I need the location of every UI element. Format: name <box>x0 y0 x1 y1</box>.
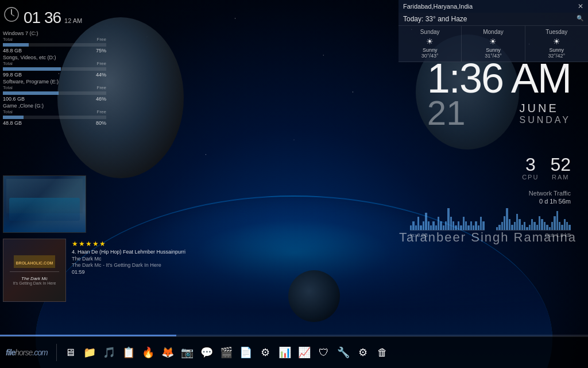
disk-sections: Windows 7 (C:) TotalFree 48.8 GB75% Song… <box>3 30 106 126</box>
network-bar <box>561 225 563 231</box>
taskbar-separator <box>56 344 57 361</box>
network-bar <box>445 221 447 230</box>
clock-icon <box>3 6 20 25</box>
network-bar <box>511 225 513 231</box>
network-bar <box>452 221 454 230</box>
landscape-thumbnail <box>3 175 86 233</box>
ram-value: 52 <box>550 155 571 174</box>
network-bar <box>514 222 516 230</box>
network-bar <box>521 225 523 231</box>
moon-bottom <box>288 270 340 322</box>
network-bar <box>544 222 546 230</box>
network-bar <box>501 222 503 230</box>
big-clock-time: 1:36 AM <box>427 57 571 99</box>
big-clock: 1:36 AM 21 JUNE SUNDAY <box>427 57 571 131</box>
network-bar <box>546 225 548 231</box>
network-bar <box>465 221 467 230</box>
big-clock-day-num: 21 <box>427 96 466 131</box>
music-track: 4. Haan De (Hip Hop) Feat Lehmber Hussai… <box>72 249 185 255</box>
big-clock-weekday: SUNDAY <box>520 115 571 125</box>
network-bar <box>470 221 472 230</box>
network-bar <box>475 221 477 230</box>
network-bar <box>410 225 412 230</box>
network-bar <box>460 225 462 230</box>
network-bar <box>425 213 427 230</box>
network-bar <box>568 225 570 231</box>
folder-icon[interactable]: 📁 <box>80 343 99 362</box>
network-bar <box>463 217 465 230</box>
network-bar <box>415 225 417 230</box>
small-clock-ampm: 12 AM <box>64 17 82 24</box>
network-bar <box>536 225 538 231</box>
svg-line-2 <box>11 14 14 16</box>
weather-panel: Faridabad,Haryana,India ✕ Today: 33° and… <box>399 0 588 62</box>
weather-header: Faridabad,Haryana,India ✕ <box>399 0 588 13</box>
music-stars: ★★★★★ <box>72 240 185 248</box>
network-bar <box>554 216 555 230</box>
network-bar <box>438 217 439 230</box>
chart-icon[interactable]: 📊 <box>276 343 294 362</box>
music-icon[interactable]: 🎵 <box>100 343 118 362</box>
network-bar <box>482 221 484 230</box>
weather-city: Faridabad,Haryana,India <box>403 3 473 10</box>
network-bar <box>559 222 560 230</box>
cpu-label: CPU <box>522 174 539 181</box>
taskbar: filehorse.com 🖥📁🎵📋🔥🦊📷💬🎬📄⚙📊📈🛡🔧⚙🗑 <box>0 336 588 368</box>
network-bar <box>447 208 449 230</box>
camera-icon[interactable]: 📷 <box>178 343 196 362</box>
album-art-label: BROLAHOLIC.COM <box>16 261 53 265</box>
graph-icon[interactable]: 📈 <box>295 343 314 362</box>
music-player: BROLAHOLIC.COM The Dark Mc It's Getting … <box>3 239 185 302</box>
document-icon[interactable]: 📄 <box>237 343 255 362</box>
network-bar <box>480 217 482 230</box>
settings-icon[interactable]: ⚙ <box>256 343 274 362</box>
big-clock-month: JUNE <box>520 102 571 115</box>
shield-icon[interactable]: 🛡 <box>315 343 333 362</box>
album-art-subtitle: It's Getting Dark In Here <box>13 281 56 285</box>
album-art-title: The Dark Mc <box>21 276 48 281</box>
network-bar <box>529 225 531 231</box>
ram-stat: 52 RAM <box>550 155 571 181</box>
weather-today-text: Today: 33° and Haze <box>403 15 467 23</box>
disk-bar-0 <box>3 43 106 47</box>
weather-close-button[interactable]: ✕ <box>578 2 583 10</box>
calendar-icon[interactable]: 📋 <box>119 343 138 362</box>
album-art: BROLAHOLIC.COM The Dark Mc It's Getting … <box>3 239 66 302</box>
big-clock-date: 21 JUNE SUNDAY <box>427 99 571 125</box>
stats-row: 3 CPU 52 RAM <box>522 155 571 181</box>
thumbnail-image <box>3 176 86 232</box>
user-name: Taranbeer Singh Ramanna <box>399 230 577 245</box>
stats-panel: 3 CPU 52 RAM <box>522 155 571 183</box>
monitor-icon[interactable]: 🖥 <box>61 343 79 362</box>
disk-section-2: Software, Programe (E:) TotalFree 100.6 … <box>3 79 106 102</box>
network-graph-out <box>496 208 571 231</box>
vlc-icon[interactable]: 🎬 <box>217 343 235 362</box>
disk-bar-3 <box>3 116 106 119</box>
network-bar <box>556 211 558 230</box>
ram-label: RAM <box>550 174 571 181</box>
network-bar <box>506 208 508 230</box>
small-clock-time: 01 36 <box>24 9 61 27</box>
disk-section-0: Windows 7 (C:) TotalFree 48.8 GB75% <box>3 30 106 53</box>
network-bar <box>541 219 543 230</box>
disk-bar-1 <box>3 67 106 71</box>
network-bar <box>478 225 479 230</box>
network-bar <box>458 221 459 230</box>
music-info: ★★★★★ 4. Haan De (Hip Hop) Feat Lehmber … <box>72 239 185 275</box>
network-bar <box>435 225 437 230</box>
disk-section-3: Game ,Clone (G:) TotalFree 48.8 GB80% <box>3 103 106 126</box>
tool-icon[interactable]: 🔧 <box>334 343 353 362</box>
gear-icon[interactable]: ⚙ <box>354 343 372 362</box>
firefox-icon[interactable]: 🦊 <box>158 343 177 362</box>
network-bar <box>564 219 566 230</box>
music-artist: The Dark Mc <box>72 256 185 262</box>
network-uptime: 0 d 1h 56m <box>410 198 571 205</box>
network-bar <box>423 221 424 230</box>
network-bar <box>509 219 510 230</box>
skype-icon[interactable]: 💬 <box>198 343 216 362</box>
cpu-stat: 3 CPU <box>522 155 539 181</box>
trash-icon[interactable]: 🗑 <box>373 343 392 362</box>
small-clock: 01 36 12 AM <box>3 6 106 27</box>
flame-icon[interactable]: 🔥 <box>139 343 157 362</box>
weather-search-icon[interactable]: 🔍 <box>577 15 583 21</box>
